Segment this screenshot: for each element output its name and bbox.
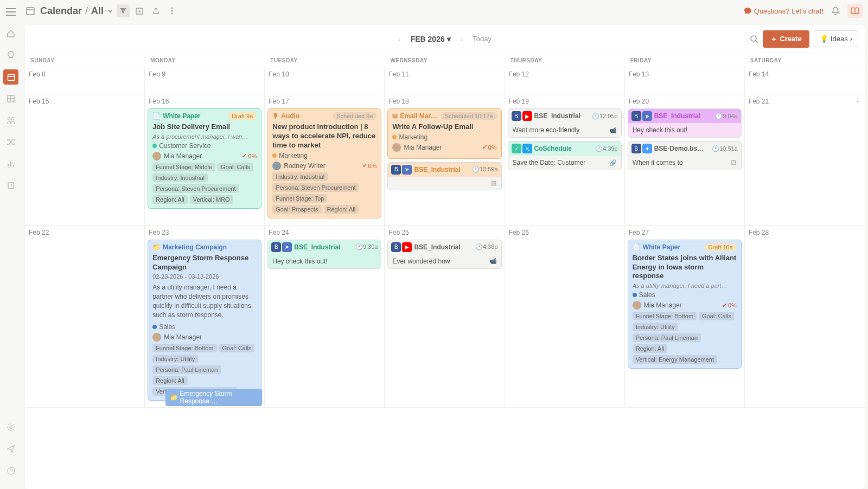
bulb-small-icon: 💡 [820, 35, 828, 43]
twitter-icon: 𝕏 [522, 144, 532, 153]
social-card[interactable]: B▶ BSE_Industrial 🕐4:36p Ever wondered h… [387, 240, 501, 269]
date-label: Feb 13 [628, 69, 742, 81]
svg-point-5 [10, 426, 12, 429]
card-type: Audio [281, 112, 299, 120]
tag: Goal: Calls [219, 344, 255, 352]
date-label: Feb 16 [148, 96, 261, 108]
link-icon: 🔗 [609, 159, 617, 166]
chat-link[interactable]: Questions? Let's chat! [744, 7, 824, 15]
add-event-button[interactable]: ＋ [854, 96, 861, 106]
tag: Goal: Prospects [272, 205, 321, 214]
social-card[interactable]: ✓𝕏 CoSchedule 🕐4:39p Save the Date: Cust… [508, 141, 622, 170]
breadcrumb[interactable]: Calendar / All [40, 5, 113, 17]
prev-month[interactable]: ‹ [398, 35, 401, 43]
calendar-icon[interactable] [3, 69, 18, 85]
card-type: White Paper [643, 243, 680, 251]
date-label: Feb 12 [508, 69, 622, 81]
youtube-icon: ▶ [522, 111, 532, 121]
card-title: New product introduction | 8 ways to acc… [272, 123, 376, 150]
campaign-span-bar[interactable]: 📁Emergency Storm Response … [165, 389, 263, 406]
tag: Industry: Utility [633, 323, 678, 331]
tag: Industry: Industrial [152, 173, 208, 182]
calendar-header: ‹ FEB 2026 ▾ › Today ＋Create 💡Ideas› [25, 25, 865, 53]
date-label: Feb 14 [748, 69, 862, 81]
tag: Goal: Calls [699, 312, 735, 320]
tag: Persona: Steven Procurement [152, 184, 239, 193]
avatar [152, 333, 161, 342]
ideas-button[interactable]: 💡Ideas› [814, 30, 858, 47]
social-card[interactable]: B▶ BSE_Industrial 🕐12:05p Want more eco-… [508, 108, 622, 138]
book-icon[interactable] [847, 4, 863, 18]
help-icon[interactable] [3, 463, 18, 478]
svg-point-9 [171, 8, 173, 9]
date-label: Feb 28 [748, 228, 862, 240]
image-icon: 🖼 [491, 180, 497, 186]
card-type: Email Mar… [400, 112, 437, 120]
card-dates: 02-23-2026 - 03-13-2026 [152, 273, 257, 280]
share-icon[interactable] [149, 4, 162, 17]
tag: Industry: Industrial [272, 172, 328, 181]
send-icon[interactable] [3, 441, 18, 456]
more-icon[interactable] [165, 4, 178, 17]
coschedule-icon: ✓ [512, 144, 521, 153]
svg-rect-4 [8, 183, 14, 189]
building-icon[interactable] [3, 178, 18, 193]
shuffle-icon[interactable] [3, 134, 18, 150]
dept-dot [152, 144, 157, 148]
card-body: As a utility manager, I need a partner w… [152, 283, 257, 319]
tag: Vertical: Energy Management [633, 355, 717, 364]
tag: Region: All [152, 195, 188, 204]
send-small-icon: ➤ [642, 111, 652, 121]
social-card[interactable]: B➤ BSE_Industrial 🕐9:30a Hey check this … [267, 240, 381, 269]
folder-icon: 📁 [152, 243, 161, 251]
event-card[interactable]: 📄White Paper Draft 10a Border States joi… [628, 240, 742, 369]
social-card[interactable]: B➤ BSE_Industrial 🕐10:59a 🖼 [387, 162, 501, 190]
card-title: Write A Follow-Up Email [392, 123, 496, 132]
analytics-icon[interactable] [3, 156, 18, 171]
bell-icon[interactable] [829, 4, 842, 17]
tag: Industry: Utility [152, 355, 198, 363]
video-icon: 📹 [489, 258, 497, 265]
email-icon: ✉ [392, 112, 398, 120]
date-label: Feb 23 [148, 228, 261, 240]
social-card[interactable]: B✦ BSE-Demo.bs… 🕐10:51a When it comes to… [628, 141, 742, 170]
today-button[interactable]: Today [473, 35, 492, 43]
svg-point-6 [8, 467, 15, 474]
search-icon[interactable] [750, 35, 758, 43]
tag: Vertical: MRO [190, 195, 233, 204]
event-card[interactable]: 📁Marketing Campaign Emergency Storm Resp… [148, 240, 261, 401]
tag: Region: All [633, 344, 668, 353]
home-icon[interactable] [3, 26, 18, 41]
next-month[interactable]: › [461, 35, 463, 43]
event-card[interactable]: 🎙Audio Scheduled 9a New product introduc… [267, 108, 381, 218]
create-button[interactable]: ＋Create [763, 30, 809, 48]
date-label: Feb 25 [387, 228, 501, 240]
plus-icon: ＋ [770, 34, 777, 44]
svg-point-3 [11, 118, 14, 120]
video-icon: 📹 [609, 127, 617, 134]
date-label: Feb 22 [28, 228, 142, 240]
date-label: Feb 27 [628, 228, 742, 240]
people-icon[interactable] [3, 113, 18, 128]
tag: Persona: Paul Lineman [633, 333, 701, 342]
event-card[interactable]: ✉Email Mar… Scheduled 10:12a Write A Fol… [387, 108, 501, 159]
date-label: Feb 20 [628, 96, 742, 108]
bulb-icon[interactable] [3, 48, 18, 63]
filter-icon[interactable] [117, 4, 130, 17]
social-card[interactable]: B➤ BSE_Industrial 🕐9:04a Hey check this … [628, 108, 742, 138]
calendar-plus-icon[interactable] [133, 4, 146, 17]
topbar: Calendar / All Questions? Let's chat! [22, 0, 868, 22]
grid-icon[interactable] [3, 91, 18, 106]
date-label: Feb 18 [387, 96, 501, 108]
send-small-icon: ➤ [282, 242, 292, 252]
tag: Region: All [152, 376, 188, 385]
event-card[interactable]: 📄White Paper Draft 9a Job Site Delivery … [148, 108, 261, 209]
day-headers: SUNDAY MONDAY TUESDAY WEDNESDAY THURSDAY… [25, 53, 865, 67]
dept-dot [272, 153, 277, 158]
chevron-down-icon [107, 8, 113, 14]
month-picker[interactable]: FEB 2026 ▾ [411, 35, 451, 43]
gear-icon[interactable] [3, 420, 18, 435]
menu-icon[interactable] [3, 4, 18, 20]
audio-icon: 🎙 [272, 112, 279, 120]
card-type: White Paper [163, 112, 200, 120]
